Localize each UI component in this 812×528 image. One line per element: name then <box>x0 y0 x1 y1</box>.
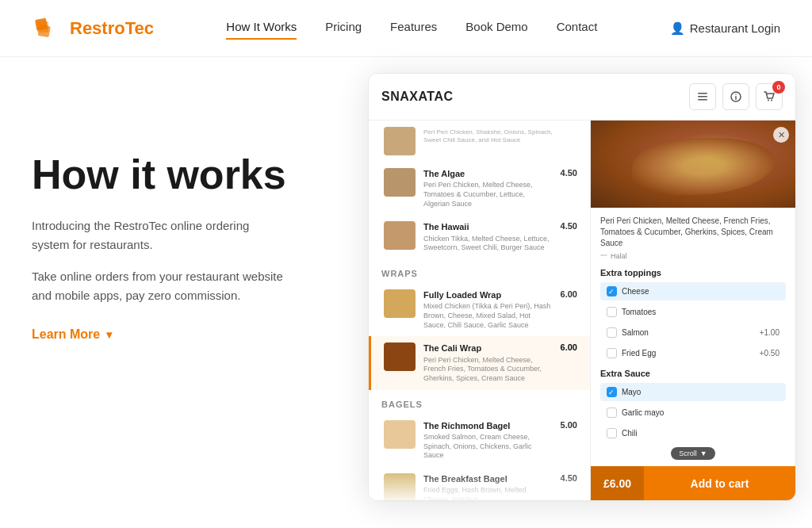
close-icon[interactable]: ✕ <box>773 127 789 143</box>
cart-badge: 0 <box>772 81 785 94</box>
main-nav: How It Works Pricing Features Book Demo … <box>226 20 597 36</box>
sauce-item[interactable]: Chili <box>600 424 786 442</box>
sauce-item[interactable]: Garlic mayo <box>600 404 786 422</box>
menu-section-wraps: WRAPS <box>369 259 590 283</box>
main-content: How it works Introducing the RestroTec o… <box>0 57 812 528</box>
sauce-section: Extra Sauce ✓ Mayo Garlic mayo <box>600 369 786 442</box>
menu-item-image <box>384 127 416 155</box>
hero-section: How it works Introducing the RestroTec o… <box>32 105 333 342</box>
logo-icon <box>32 13 62 44</box>
list-item[interactable]: Peri Peri Chicken, Shakshe, Onions, Spin… <box>369 121 590 162</box>
list-item[interactable]: The Richmond Bagel Smoked Salmon, Cream … <box>369 414 590 467</box>
scroll-indicator: Scroll ▼ <box>600 447 786 460</box>
menu-list: Peri Peri Chicken, Shakshe, Onions, Spin… <box>369 121 590 501</box>
mockup-info-icon-btn[interactable] <box>722 83 749 110</box>
sauce-checkbox[interactable] <box>607 407 617 418</box>
topping-checkbox[interactable] <box>607 307 617 317</box>
nav-features[interactable]: Features <box>390 20 437 36</box>
topping-item[interactable]: Tomatoes <box>600 303 786 321</box>
svg-rect-7 <box>735 96 737 100</box>
menu-icon <box>696 90 709 103</box>
mockup-brand-name: SNAXATAC <box>381 90 454 104</box>
list-item[interactable]: Fully Loaded Wrap Mixed Chicken (Tikka &… <box>369 283 590 336</box>
mockup-icons: 0 <box>689 83 783 110</box>
svg-rect-2 <box>37 21 48 33</box>
list-item[interactable]: The Hawaii Chicken Tikka, Melted Cheese,… <box>369 215 590 259</box>
menu-section-bagels: BAGELS <box>369 390 590 414</box>
list-item[interactable]: The Breakfast Bagel Fried Eggs, Hash Bro… <box>369 467 590 501</box>
menu-item-image <box>384 289 416 318</box>
mockup-body: Peri Peri Chicken, Shakshe, Onions, Spin… <box>369 121 795 501</box>
chevron-down-icon: ▾ <box>106 328 112 341</box>
app-mockup: SNAXATAC <box>368 73 796 501</box>
svg-rect-3 <box>698 93 707 94</box>
nav-how-it-works[interactable]: How It Works <box>226 20 297 36</box>
nav-contact[interactable]: Contact <box>557 20 598 36</box>
mockup-header: SNAXATAC <box>369 74 795 121</box>
svg-rect-4 <box>698 96 707 98</box>
sauce-label: Extra Sauce <box>600 369 786 378</box>
topping-checkbox[interactable] <box>607 327 617 338</box>
menu-item-image <box>384 420 416 449</box>
mockup-cart-icon-btn[interactable]: 0 <box>756 83 783 110</box>
svg-point-8 <box>735 94 737 95</box>
header: RestroTec How It Works Pricing Features … <box>0 0 812 57</box>
sauce-checkbox[interactable]: ✓ <box>607 387 617 397</box>
topping-item[interactable]: Fried Egg +0.50 <box>600 344 786 362</box>
hero-title: How it works <box>32 152 333 197</box>
svg-point-9 <box>768 100 769 101</box>
toppings-label: Extra toppings <box>600 268 786 277</box>
food-visual <box>591 121 795 208</box>
sauce-checkbox[interactable] <box>607 428 617 438</box>
learn-more-link[interactable]: Learn More ▾ <box>32 327 333 342</box>
info-icon <box>730 90 742 103</box>
restaurant-login-link[interactable]: 👤 Restaurant Login <box>670 21 780 36</box>
scroll-arrow-icon: ▼ <box>700 450 707 457</box>
scroll-button[interactable]: Scroll ▼ <box>671 447 714 460</box>
logo[interactable]: RestroTec <box>32 13 154 44</box>
menu-item-image <box>384 168 416 197</box>
add-to-cart-bar: £6.00 Add to cart <box>591 466 795 501</box>
list-item-selected[interactable]: The Cali Wrap Peri Peri Chicken, Melted … <box>369 336 590 389</box>
topping-item[interactable]: Salmon +1.00 <box>600 323 786 342</box>
svg-point-10 <box>771 100 772 101</box>
detail-image: ✕ <box>591 121 795 208</box>
mockup-menu-icon-btn[interactable] <box>689 83 716 110</box>
detail-body: Peri Peri Chicken, Melted Cheese, French… <box>591 208 795 473</box>
add-to-cart-button[interactable]: Add to cart <box>644 477 795 490</box>
hero-subtitle-2: Take online orders from your restaurant … <box>32 267 285 305</box>
list-item[interactable]: The Algae Peri Peri Chicken, Melted Chee… <box>369 162 590 215</box>
sauce-item[interactable]: ✓ Mayo <box>600 383 786 401</box>
cart-price: £6.00 <box>591 466 644 501</box>
nav-book-demo[interactable]: Book Demo <box>465 20 527 36</box>
cart-icon <box>763 90 776 103</box>
halal-badge: 〰 Halal <box>600 252 786 260</box>
detail-description: Peri Peri Chicken, Melted Cheese, French… <box>600 216 786 249</box>
halal-icon: 〰 <box>600 252 607 260</box>
nav-pricing[interactable]: Pricing <box>325 20 362 36</box>
menu-item-image <box>384 221 416 250</box>
svg-rect-5 <box>698 99 707 101</box>
topping-item[interactable]: ✓ Cheese <box>600 282 786 300</box>
topping-checkbox[interactable]: ✓ <box>607 286 617 297</box>
hero-subtitle-1: Introducing the RestroTec online orderin… <box>32 216 285 254</box>
menu-item-image <box>384 473 416 501</box>
menu-item-image <box>384 342 416 371</box>
logo-text: RestroTec <box>70 18 154 39</box>
detail-panel: ✕ Peri Peri Chicken, Melted Cheese, Fren… <box>590 121 795 501</box>
user-icon: 👤 <box>670 21 685 36</box>
topping-checkbox[interactable] <box>607 348 617 358</box>
